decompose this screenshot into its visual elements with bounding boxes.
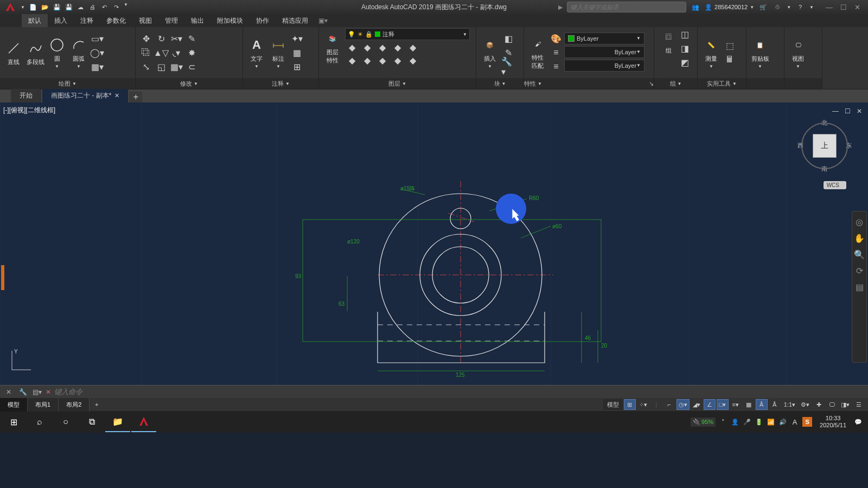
tab-insert[interactable]: 插入 [48,14,74,27]
tool-measure[interactable]: 📏测量▼ [701,36,722,69]
maximize-button[interactable]: ☐ [840,3,847,11]
tool-table[interactable]: ▦ [290,47,304,59]
left-edge-handle[interactable] [1,265,4,290]
tool-line[interactable]: 直线 [3,40,24,66]
nav-orbit-icon[interactable]: ⟳ [854,266,864,275]
tool-polyline[interactable]: 多段线 [25,40,46,66]
layer-tool-3[interactable]: ◆ [375,41,390,53]
app-logo[interactable] [0,0,21,14]
app-menu-caret[interactable]: ▼ [21,5,25,10]
status-snap-icon[interactable]: ⁘▾ [637,399,649,410]
status-annovis-icon[interactable]: Å [769,399,781,410]
cmd-close-icon[interactable]: ✕ [3,387,14,397]
tab-featured[interactable]: 精选应用 [276,14,315,27]
cart-icon[interactable]: 🛒 [758,2,768,12]
command-input[interactable] [54,388,865,396]
panel-modify-title[interactable]: 修改▼ [136,78,242,89]
nav-wheel-icon[interactable]: ◎ [854,217,864,227]
minimize-button[interactable]: — [826,3,833,11]
nav-pan-icon[interactable]: ✋ [854,233,864,243]
qat-dropdown[interactable]: ▼ [124,2,128,12]
status-plus-icon[interactable]: ✚ [813,399,825,410]
panel-properties-title[interactable]: 特性▼↘ [524,78,654,89]
tool-dimension[interactable]: 标注▼ [268,36,289,69]
save-icon[interactable]: 💾 [52,2,62,12]
status-iso2-icon[interactable]: ◨▾ [839,399,852,410]
status-osnap-icon[interactable]: □▾ [717,399,729,410]
color-wheel-icon[interactable]: 🎨 [549,33,563,44]
layer-tool-9[interactable]: ◆ [391,54,405,66]
tool-erase[interactable]: ✎ [184,33,199,44]
panel-layers-title[interactable]: 图层▼ [319,78,476,89]
search-input[interactable] [567,2,686,12]
tab-manage[interactable]: 管理 [158,14,184,27]
notifications-icon[interactable]: 💬 [854,418,863,426]
status-polar-icon[interactable]: ◷▾ [676,399,690,410]
tool-move[interactable]: ✥ [139,33,153,44]
battery-indicator[interactable]: 🔌95% [691,418,716,427]
open-icon[interactable]: 📂 [40,2,50,12]
start-button[interactable]: ⊞ [1,412,26,432]
tool-mirror[interactable]: ▲▽ [154,47,168,59]
tool-text[interactable]: A文字▼ [246,36,267,69]
util-tool-2[interactable]: 🖩 [723,54,737,66]
status-grid-icon[interactable]: ⊞ [624,399,636,410]
layer-tool-10[interactable]: ◆ [406,54,420,66]
tab-view[interactable]: 视图 [132,14,158,27]
task-view-icon[interactable]: ⧉ [79,412,104,432]
tool-scale[interactable]: ◱ [154,61,168,73]
tool-trim[interactable]: ✂▾ [169,33,183,44]
tab-annotate[interactable]: 注释 [74,14,100,27]
status-scale[interactable]: 1:1▾ [782,399,797,410]
tool-rotate[interactable]: ↻ [154,33,168,44]
tool-circle[interactable]: 圆▼ [47,36,67,69]
tool-match-properties[interactable]: 🖌特性 匹配 [527,35,548,70]
cortana-icon[interactable]: ○ [53,412,78,432]
tray-people-icon[interactable]: 👤 [731,418,739,426]
layout-tab-1[interactable]: 布局1 [28,398,59,412]
tool-rectangle[interactable]: ▭▾ [90,33,104,44]
tool-offset[interactable]: ⊂ [184,61,199,73]
tool-arc[interactable]: 圆弧▼ [68,36,89,69]
status-monitor-icon[interactable]: 🖵 [826,399,838,410]
tool-ellipse[interactable]: ◯▾ [90,47,104,59]
autocad-icon[interactable] [131,412,156,432]
tool-copy[interactable]: ⿻ [139,47,153,59]
layer-tool-1[interactable]: ◆ [345,41,359,53]
list2-icon[interactable]: ≡ [549,61,563,73]
tab-default[interactable]: 默认 [22,14,48,27]
tab-close-icon[interactable]: ✕ [114,92,119,99]
layout-tab-2[interactable]: 布局2 [59,398,90,412]
cmd-tool-icon[interactable]: 🔧 [17,387,28,397]
tool-insert-block[interactable]: 📦插入▼ [480,36,500,69]
tool-explode[interactable]: ✸ [184,47,199,59]
layer-dropdown[interactable]: 💡☀🔒 注释 ▼ [345,28,470,40]
tab-parametric[interactable]: 参数化 [100,14,132,27]
color-dropdown[interactable]: ByLayer▼ [564,33,644,44]
status-trans-icon[interactable]: ▦ [743,399,755,410]
tool-layer-properties[interactable]: 📚图层 特性 [322,30,343,65]
clock[interactable]: 10:33 2020/5/11 [815,415,851,429]
explorer-icon[interactable]: 📁 [105,412,130,432]
panel-draw-title[interactable]: 绘图▼ [0,78,135,89]
tool-clipboard[interactable]: 📋剪贴板▼ [750,36,770,69]
lineweight-dropdown[interactable]: ByLayer▼ [564,46,644,58]
tray-lang-icon[interactable]: A [790,418,799,426]
tool-table2[interactable]: ⊞ [290,61,304,73]
add-tab-button[interactable]: + [129,92,142,102]
group-icon[interactable]: 👥 [691,2,700,12]
block-tool-1[interactable]: ◧ [501,33,515,44]
panel-group-title[interactable]: 组▼ [654,78,697,89]
tray-ime-icon[interactable]: S [802,417,812,427]
cmd-recent-icon[interactable]: ▤▾ [31,387,42,397]
tab-more-icon[interactable]: ▣▾ [315,14,331,27]
linetype-dropdown[interactable]: ByLayer▼ [564,60,644,72]
tray-power-icon[interactable]: 🔋 [755,418,763,426]
tray-up-icon[interactable]: ˄ [719,418,727,426]
status-annoscale-icon[interactable]: Å [756,399,768,410]
new-icon[interactable]: 📄 [28,2,38,12]
status-custom-icon[interactable]: ☰ [853,399,865,410]
panel-annotation-title[interactable]: 注释▼ [243,78,318,89]
undo-icon[interactable]: ↶ [100,2,110,12]
search-button[interactable]: ⌕ [27,412,52,432]
